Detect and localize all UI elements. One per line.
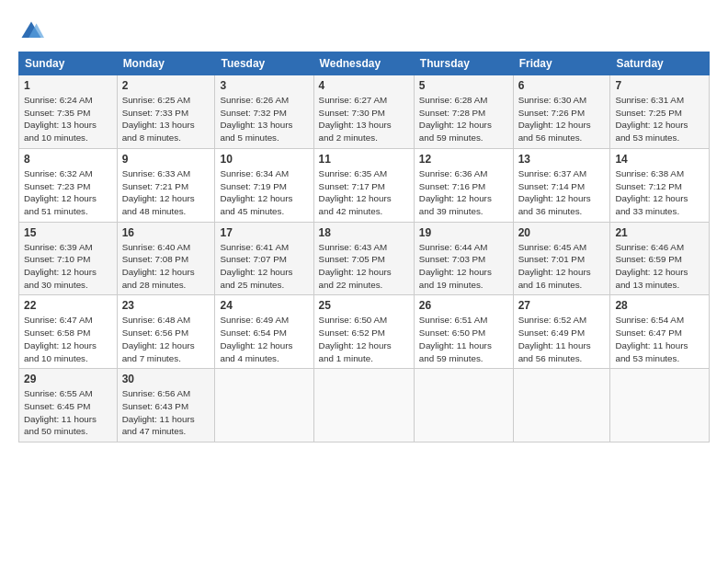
day-info: Sunrise: 6:41 AM Sunset: 7:07 PM Dayligh… [220, 241, 308, 292]
calendar-header-row: SundayMondayTuesdayWednesdayThursdayFrid… [19, 52, 710, 75]
day-info: Sunrise: 6:39 AM Sunset: 7:10 PM Dayligh… [24, 241, 112, 292]
calendar-cell: 9Sunrise: 6:33 AM Sunset: 7:21 PM Daylig… [117, 148, 215, 222]
day-info: Sunrise: 6:31 AM Sunset: 7:25 PM Dayligh… [615, 94, 704, 144]
day-number: 24 [220, 299, 308, 312]
calendar-week-row: 1Sunrise: 6:24 AM Sunset: 7:35 PM Daylig… [19, 75, 710, 149]
calendar-cell: 2Sunrise: 6:25 AM Sunset: 7:33 PM Daylig… [117, 75, 215, 149]
calendar-cell [414, 369, 513, 442]
day-number: 22 [24, 299, 112, 312]
calendar-week-row: 22Sunrise: 6:47 AM Sunset: 6:58 PM Dayli… [19, 295, 710, 369]
calendar-cell: 3Sunrise: 6:26 AM Sunset: 7:32 PM Daylig… [215, 75, 313, 149]
day-info: Sunrise: 6:28 AM Sunset: 7:28 PM Dayligh… [419, 94, 508, 144]
day-info: Sunrise: 6:52 AM Sunset: 6:49 PM Dayligh… [518, 314, 606, 364]
day-info: Sunrise: 6:40 AM Sunset: 7:08 PM Dayligh… [122, 241, 210, 292]
day-info: Sunrise: 6:44 AM Sunset: 7:03 PM Dayligh… [419, 241, 508, 292]
calendar-week-row: 8Sunrise: 6:32 AM Sunset: 7:23 PM Daylig… [19, 148, 710, 222]
day-info: Sunrise: 6:38 AM Sunset: 7:12 PM Dayligh… [615, 167, 704, 218]
calendar-cell: 21Sunrise: 6:46 AM Sunset: 6:59 PM Dayli… [610, 222, 710, 295]
calendar-cell: 29Sunrise: 6:55 AM Sunset: 6:45 PM Dayli… [19, 369, 118, 442]
day-number: 1 [24, 79, 112, 92]
day-number: 13 [518, 153, 606, 166]
day-number: 2 [122, 79, 210, 92]
calendar-cell: 4Sunrise: 6:27 AM Sunset: 7:30 PM Daylig… [313, 75, 414, 149]
calendar-cell: 16Sunrise: 6:40 AM Sunset: 7:08 PM Dayli… [117, 222, 215, 295]
calendar-cell: 7Sunrise: 6:31 AM Sunset: 7:25 PM Daylig… [610, 75, 710, 149]
calendar-cell: 20Sunrise: 6:45 AM Sunset: 7:01 PM Dayli… [513, 222, 610, 295]
calendar-day-header: Wednesday [313, 52, 414, 75]
calendar-day-header: Monday [117, 52, 215, 75]
day-info: Sunrise: 6:47 AM Sunset: 6:58 PM Dayligh… [24, 314, 112, 364]
day-info: Sunrise: 6:55 AM Sunset: 6:45 PM Dayligh… [24, 387, 112, 438]
calendar-cell: 19Sunrise: 6:44 AM Sunset: 7:03 PM Dayli… [414, 222, 513, 295]
day-info: Sunrise: 6:32 AM Sunset: 7:23 PM Dayligh… [24, 167, 112, 218]
calendar-table: SundayMondayTuesdayWednesdayThursdayFrid… [18, 52, 710, 442]
calendar-cell: 13Sunrise: 6:37 AM Sunset: 7:14 PM Dayli… [513, 148, 610, 222]
calendar-week-row: 29Sunrise: 6:55 AM Sunset: 6:45 PM Dayli… [19, 369, 710, 442]
day-number: 3 [220, 79, 308, 92]
calendar-cell: 26Sunrise: 6:51 AM Sunset: 6:50 PM Dayli… [414, 295, 513, 369]
calendar-week-row: 15Sunrise: 6:39 AM Sunset: 7:10 PM Dayli… [19, 222, 710, 295]
day-info: Sunrise: 6:25 AM Sunset: 7:33 PM Dayligh… [122, 94, 210, 144]
day-number: 18 [319, 226, 409, 239]
calendar-cell: 18Sunrise: 6:43 AM Sunset: 7:05 PM Dayli… [313, 222, 414, 295]
calendar-cell [513, 369, 610, 442]
day-number: 10 [220, 153, 308, 166]
calendar-cell: 27Sunrise: 6:52 AM Sunset: 6:49 PM Dayli… [513, 295, 610, 369]
calendar-cell: 5Sunrise: 6:28 AM Sunset: 7:28 PM Daylig… [414, 75, 513, 149]
calendar-day-header: Friday [513, 52, 610, 75]
calendar-day-header: Thursday [414, 52, 513, 75]
day-number: 28 [615, 299, 704, 312]
day-number: 21 [615, 226, 704, 239]
day-info: Sunrise: 6:35 AM Sunset: 7:17 PM Dayligh… [319, 167, 409, 218]
day-info: Sunrise: 6:27 AM Sunset: 7:30 PM Dayligh… [319, 94, 409, 144]
calendar-cell: 11Sunrise: 6:35 AM Sunset: 7:17 PM Dayli… [313, 148, 414, 222]
day-info: Sunrise: 6:48 AM Sunset: 6:56 PM Dayligh… [122, 314, 210, 364]
calendar-cell: 24Sunrise: 6:49 AM Sunset: 6:54 PM Dayli… [215, 295, 313, 369]
calendar-cell [313, 369, 414, 442]
calendar-cell: 23Sunrise: 6:48 AM Sunset: 6:56 PM Dayli… [117, 295, 215, 369]
logo [18, 18, 47, 44]
day-info: Sunrise: 6:51 AM Sunset: 6:50 PM Dayligh… [419, 314, 508, 364]
day-info: Sunrise: 6:54 AM Sunset: 6:47 PM Dayligh… [615, 314, 704, 364]
calendar-cell: 12Sunrise: 6:36 AM Sunset: 7:16 PM Dayli… [414, 148, 513, 222]
logo-icon [18, 18, 44, 44]
day-number: 8 [24, 153, 112, 166]
day-number: 27 [518, 299, 606, 312]
calendar-cell: 25Sunrise: 6:50 AM Sunset: 6:52 PM Dayli… [313, 295, 414, 369]
day-info: Sunrise: 6:24 AM Sunset: 7:35 PM Dayligh… [24, 94, 112, 144]
day-number: 30 [122, 373, 210, 385]
calendar-day-header: Sunday [19, 52, 118, 75]
day-number: 23 [122, 299, 210, 312]
calendar-cell [610, 369, 710, 442]
calendar-day-header: Saturday [610, 52, 710, 75]
calendar-cell: 15Sunrise: 6:39 AM Sunset: 7:10 PM Dayli… [19, 222, 118, 295]
day-number: 17 [220, 226, 308, 239]
day-number: 26 [419, 299, 508, 312]
day-info: Sunrise: 6:34 AM Sunset: 7:19 PM Dayligh… [220, 167, 308, 218]
page: SundayMondayTuesdayWednesdayThursdayFrid… [0, 0, 728, 563]
day-number: 29 [24, 373, 112, 385]
day-info: Sunrise: 6:30 AM Sunset: 7:26 PM Dayligh… [518, 94, 606, 144]
calendar-cell: 22Sunrise: 6:47 AM Sunset: 6:58 PM Dayli… [19, 295, 118, 369]
day-info: Sunrise: 6:33 AM Sunset: 7:21 PM Dayligh… [122, 167, 210, 218]
day-info: Sunrise: 6:46 AM Sunset: 6:59 PM Dayligh… [615, 241, 704, 292]
calendar-cell [215, 369, 313, 442]
day-number: 4 [319, 79, 409, 92]
calendar-cell: 1Sunrise: 6:24 AM Sunset: 7:35 PM Daylig… [19, 75, 118, 149]
day-number: 5 [419, 79, 508, 92]
calendar-cell: 28Sunrise: 6:54 AM Sunset: 6:47 PM Dayli… [610, 295, 710, 369]
day-info: Sunrise: 6:36 AM Sunset: 7:16 PM Dayligh… [419, 167, 508, 218]
day-info: Sunrise: 6:43 AM Sunset: 7:05 PM Dayligh… [319, 241, 409, 292]
day-info: Sunrise: 6:56 AM Sunset: 6:43 PM Dayligh… [122, 387, 210, 438]
day-number: 11 [319, 153, 409, 166]
header [18, 15, 710, 44]
day-info: Sunrise: 6:50 AM Sunset: 6:52 PM Dayligh… [319, 314, 409, 364]
day-number: 7 [615, 79, 704, 92]
day-info: Sunrise: 6:26 AM Sunset: 7:32 PM Dayligh… [220, 94, 308, 144]
day-number: 6 [518, 79, 606, 92]
calendar-day-header: Tuesday [215, 52, 313, 75]
day-number: 20 [518, 226, 606, 239]
day-info: Sunrise: 6:37 AM Sunset: 7:14 PM Dayligh… [518, 167, 606, 218]
day-number: 25 [319, 299, 409, 312]
calendar-cell: 8Sunrise: 6:32 AM Sunset: 7:23 PM Daylig… [19, 148, 118, 222]
